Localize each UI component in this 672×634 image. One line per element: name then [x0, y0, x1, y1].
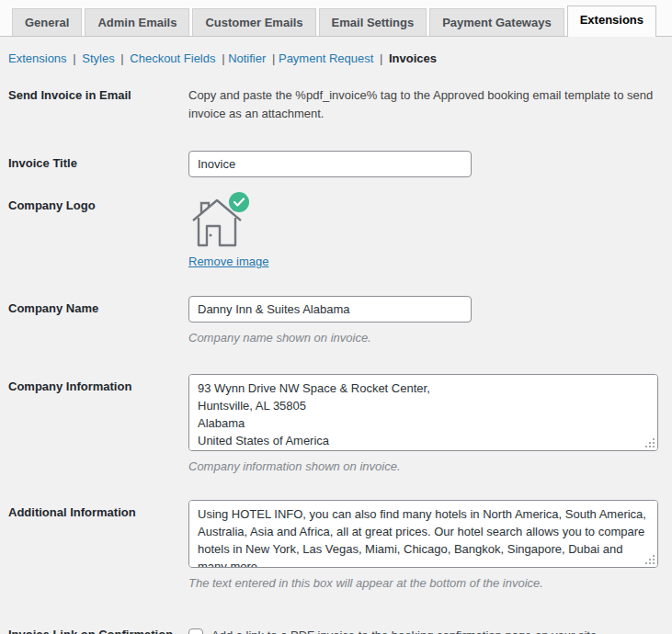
company-name-input[interactable]: [188, 296, 472, 323]
company-logo-label: Company Logo: [8, 193, 188, 214]
invoice-link-checkbox-label: Add a link to a PDF invoice to the booki…: [211, 628, 600, 634]
subnav-link-extensions[interactable]: Extensions: [8, 51, 67, 65]
company-logo-preview: [188, 193, 256, 248]
tab-extensions[interactable]: Extensions: [567, 6, 656, 37]
invoice-link-checkbox[interactable]: [188, 628, 203, 634]
subnav-separator: |: [73, 51, 75, 65]
subnav-link-checkout-fields[interactable]: Checkout Fields: [130, 51, 215, 65]
row-company-name: Company Name Company name shown on invoi…: [8, 296, 663, 346]
tab-admin-emails[interactable]: Admin Emails: [85, 8, 189, 36]
send-invoice-description: Copy and paste the %pdf_invoice% tag to …: [188, 83, 663, 123]
subnav-separator: |: [222, 51, 224, 65]
company-information-textarea[interactable]: 93 Wynn Drive NW Space & Rocket Center, …: [188, 374, 658, 451]
row-company-information: Company Information 93 Wynn Drive NW Spa…: [8, 374, 663, 475]
row-send-invoice-in-email: Send Invoice in Email Copy and paste the…: [8, 83, 663, 123]
subnav-separator: |: [272, 51, 275, 65]
subnav-link-payment-request[interactable]: Payment Request: [279, 51, 373, 65]
tab-general[interactable]: General: [12, 8, 82, 36]
subnav-separator: |: [380, 51, 382, 65]
tab-customer-emails[interactable]: Customer Emails: [192, 8, 315, 36]
tab-payment-gateways[interactable]: Payment Gateways: [429, 8, 564, 36]
additional-information-help: The text entered in this box will appear…: [188, 575, 663, 592]
subnav-current-invoices: Invoices: [389, 51, 437, 65]
company-name-label: Company Name: [8, 296, 188, 317]
subnav-separator: |: [120, 51, 123, 65]
subnav-link-notifier[interactable]: Notifier: [228, 51, 266, 65]
send-invoice-label: Send Invoice in Email: [8, 83, 188, 104]
additional-information-textarea[interactable]: Using HOTEL INFO, you can also find many…: [188, 500, 658, 568]
row-company-logo: Company Logo Remove image: [8, 193, 663, 268]
row-invoice-title: Invoice Title: [8, 151, 663, 177]
tab-email-settings[interactable]: Email Settings: [319, 8, 427, 36]
row-invoice-link-confirmation: Invoice Link on Confirmation Page Add a …: [8, 622, 663, 634]
logo-uploaded-check-icon: [229, 192, 249, 212]
extensions-subnav: Extensions | Styles | Checkout Fields | …: [0, 37, 672, 67]
subnav-link-styles[interactable]: Styles: [82, 51, 114, 65]
invoice-settings-form: Send Invoice in Email Copy and paste the…: [0, 83, 672, 634]
additional-information-label: Additional Information: [8, 500, 188, 521]
invoice-title-input[interactable]: [188, 151, 472, 177]
row-additional-information: Additional Information Using HOTEL INFO,…: [8, 500, 663, 592]
invoice-title-label: Invoice Title: [8, 151, 188, 172]
company-information-help: Company information shown on invoice.: [188, 459, 663, 475]
invoice-link-label: Invoice Link on Confirmation Page: [8, 622, 188, 634]
settings-tab-bar: General Admin Emails Customer Emails Ema…: [0, 0, 672, 37]
company-name-help: Company name shown on invoice.: [188, 330, 663, 346]
company-information-label: Company Information: [8, 374, 188, 395]
remove-image-link[interactable]: Remove image: [188, 255, 268, 268]
